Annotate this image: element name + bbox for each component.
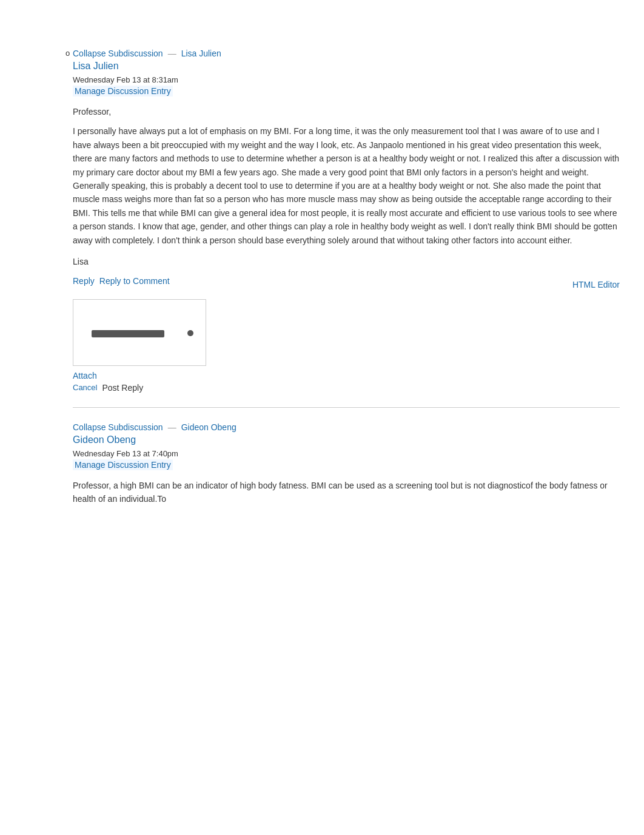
timestamp-1: Wednesday Feb 13 at 8:31am	[73, 75, 620, 84]
post-body-1: Professor, I personally have always put …	[73, 105, 620, 247]
side-marker: o	[65, 49, 70, 58]
attach-link-1[interactable]: Attach	[73, 371, 620, 380]
reply-box-dot	[187, 330, 193, 336]
cancel-link-1[interactable]: Cancel	[73, 383, 97, 392]
separator-1: —	[168, 49, 176, 58]
reply-to-comment-link-1[interactable]: Reply to Comment	[99, 276, 170, 286]
body-text-2: Professor, a high BMI can be an indicato…	[73, 479, 620, 506]
action-row-1: Reply Reply to Comment HTML Editor	[73, 276, 620, 293]
post-body-2: Professor, a high BMI can be an indicato…	[73, 479, 620, 506]
reply-actions-1: Cancel Post Reply	[73, 383, 620, 393]
discussion-entry-1: Collapse Subdiscussion — Lisa Julien Lis…	[73, 49, 620, 408]
reply-box-line	[92, 330, 164, 337]
manage-entry-link-2[interactable]: Manage Discussion Entry	[73, 459, 173, 470]
entry-header-2: Collapse Subdiscussion — Gideon Obeng	[73, 422, 620, 432]
greeting-1: Professor,	[73, 105, 620, 118]
author-header-link-1[interactable]: Lisa Julien	[181, 49, 221, 58]
post-reply-button-1[interactable]: Post Reply	[102, 383, 143, 393]
reply-box-1	[73, 299, 206, 366]
timestamp-2: Wednesday Feb 13 at 7:40pm	[73, 449, 620, 458]
entry-header-1: Collapse Subdiscussion — Lisa Julien	[73, 49, 620, 58]
author-header-link-2[interactable]: Gideon Obeng	[181, 422, 236, 432]
collapse-subdiscussion-link-1[interactable]: Collapse Subdiscussion	[73, 49, 163, 58]
discussion-entry-2: Collapse Subdiscussion — Gideon Obeng Gi…	[73, 422, 620, 506]
reply-box-inner-1[interactable]	[73, 300, 206, 348]
collapse-subdiscussion-link-2[interactable]: Collapse Subdiscussion	[73, 422, 163, 432]
reply-link-1[interactable]: Reply	[73, 276, 95, 286]
body-text-1: I personally have always put a lot of em…	[73, 124, 620, 247]
html-editor-link-1[interactable]: HTML Editor	[572, 280, 620, 289]
signature-1: Lisa	[73, 257, 620, 266]
separator-2: —	[168, 422, 176, 432]
author-name-2[interactable]: Gideon Obeng	[73, 434, 620, 445]
action-links-1: Reply Reply to Comment	[73, 276, 170, 286]
manage-entry-link-1[interactable]: Manage Discussion Entry	[73, 86, 173, 96]
divider-1	[73, 407, 620, 408]
author-name-1[interactable]: Lisa Julien	[73, 61, 620, 72]
